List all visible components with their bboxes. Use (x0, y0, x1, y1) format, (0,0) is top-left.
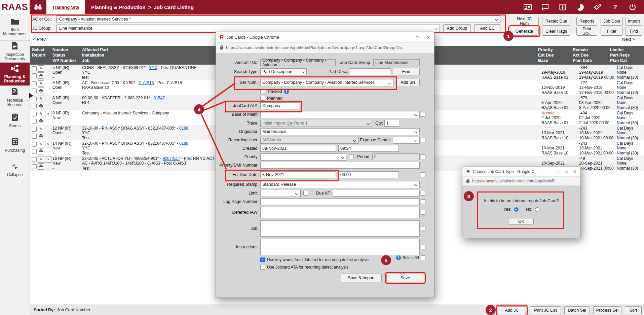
part-link[interactable]: 31547 (154, 96, 165, 100)
edit-icon[interactable]: ✎ (38, 156, 44, 163)
sort-button[interactable]: Sort (625, 306, 642, 314)
part-link[interactable]: 92070117 (162, 156, 180, 161)
window-url-bar[interactable]: https://raasais.aviationintertec.com/app… (216, 43, 434, 53)
add-window-icon[interactable] (559, 3, 567, 11)
base-of-maint-select[interactable] (260, 111, 420, 118)
qty-input[interactable]: 1 (384, 120, 400, 127)
required-stamp-select[interactable]: Standard Release (260, 181, 420, 188)
process-sel-button[interactable]: Process Sel (593, 306, 621, 314)
help-icon[interactable]: ? (396, 255, 401, 260)
due-af-input[interactable] (333, 190, 420, 197)
part-desc-input[interactable] (350, 68, 390, 75)
save-button[interactable]: Save (386, 274, 424, 282)
print-jc-list-button[interactable]: Print JC List (530, 306, 561, 314)
add-sn-button[interactable]: Add SN (396, 79, 420, 86)
prev-page-button[interactable]: < Prev (33, 37, 46, 42)
select-checkbox[interactable] (32, 66, 37, 71)
edit-icon[interactable]: ✎ (38, 96, 44, 102)
row-checkbox[interactable] (421, 226, 425, 231)
row-checkbox[interactable] (421, 191, 425, 196)
edit-icon[interactable]: ✎ (38, 80, 44, 87)
sidebar-item-technical-records[interactable]: Technical Records (0, 86, 30, 109)
report-checkbox[interactable] (32, 119, 37, 124)
part-link[interactable]: YYC (149, 65, 157, 70)
row-checkbox[interactable] (421, 199, 425, 204)
expense-center-select[interactable] (393, 137, 420, 144)
print-icon[interactable] (38, 88, 44, 94)
planned-checkbox[interactable] (260, 96, 265, 101)
print-icon[interactable] (38, 72, 44, 79)
select-checkbox[interactable] (32, 142, 37, 147)
sidebar-item-planning-production[interactable]: Planning & Production (0, 63, 30, 86)
created-time-input[interactable]: 09:34 (338, 145, 399, 152)
help-icon[interactable]: ? (611, 3, 619, 11)
print-icon[interactable] (38, 163, 44, 170)
sidebar-item-purchasing[interactable]: Purchasing (0, 132, 30, 158)
jc-group-select[interactable]: Line Maintenance (56, 25, 440, 32)
add-jc-button[interactable]: Add JC (498, 306, 526, 314)
import-button[interactable]: Import (626, 17, 642, 26)
priority-checkbox[interactable] (349, 154, 354, 159)
row-checkbox[interactable] (421, 112, 425, 117)
row-checkbox[interactable] (421, 172, 425, 177)
job-cost-button[interactable]: Job Cost (601, 17, 623, 26)
recalc-due-button[interactable]: Recalc Due (542, 17, 570, 26)
row-checkbox[interactable] (421, 138, 425, 142)
select-checkbox[interactable] (32, 112, 37, 116)
select-checkbox[interactable] (32, 157, 37, 162)
row-checkbox[interactable] (421, 210, 425, 215)
maximize-icon[interactable]: □ (565, 169, 568, 174)
report-checkbox[interactable] (32, 164, 37, 169)
print-jcs-button[interactable]: Print JCs (576, 27, 597, 36)
part-link[interactable]: 0188 (179, 141, 188, 146)
created-date-input[interactable]: 08-Nov-2021 (260, 145, 336, 152)
priority-dmi-input[interactable] (260, 162, 420, 169)
log-page-number-input[interactable] (260, 198, 420, 205)
est-due-time-input[interactable]: 00:00 (338, 171, 399, 178)
sidebar-item-stores[interactable]: Stores (0, 109, 30, 132)
edit-icon[interactable]: ✎ (38, 141, 44, 147)
pie-chart-icon[interactable] (576, 3, 584, 11)
power-icon[interactable] (629, 3, 637, 11)
row-checkbox[interactable] (421, 154, 425, 159)
report-checkbox[interactable] (32, 149, 37, 154)
minimize-icon[interactable]: — (556, 169, 560, 174)
filter-button[interactable]: Filter (601, 27, 623, 36)
edit-icon[interactable]: ✎ (38, 126, 44, 132)
batch-sel-button[interactable]: Batch Sel (564, 306, 590, 314)
cancel-icon[interactable]: × (45, 156, 51, 163)
report-checkbox[interactable] (32, 89, 37, 93)
window-title-bar[interactable]: R Choose Job Card Type - Google C... — □… (462, 167, 580, 177)
instructions-textarea[interactable] (260, 239, 420, 255)
sidebar-collapse[interactable]: Collapse (0, 158, 30, 182)
edit-icon[interactable]: ✎ (38, 65, 44, 72)
add-ec-button[interactable]: Add EC (474, 24, 500, 32)
row-checkbox[interactable] (421, 245, 425, 249)
settings-gears-icon[interactable] (594, 3, 602, 11)
ata-recurring-checkbox[interactable] (260, 265, 265, 270)
job-textarea[interactable] (260, 220, 420, 237)
est-due-date-input[interactable]: 8-Nov-2021 (260, 171, 336, 178)
add-group-button[interactable]: Add Group (443, 24, 471, 32)
keywords-checkbox[interactable]: ✓ (260, 257, 265, 262)
minimize-icon[interactable]: — (403, 35, 408, 40)
report-checkbox[interactable] (32, 104, 37, 108)
reports-button[interactable]: Reports (576, 17, 597, 26)
clear-flags-button[interactable]: Clear Flags (542, 27, 570, 36)
edit-icon[interactable]: ✎ (38, 111, 44, 117)
select-all-checkbox[interactable] (421, 255, 425, 260)
tracked-checkbox[interactable] (260, 89, 265, 94)
ser-num-select[interactable]: Company - Company - Company - Aviation I… (260, 79, 393, 86)
print-icon[interactable] (38, 103, 44, 109)
part-link[interactable]: 0188 (179, 126, 188, 131)
print-icon[interactable] (38, 133, 44, 139)
window-title-bar[interactable]: R Job Cards - Google Chrome — □ ✕ (216, 32, 434, 43)
close-icon[interactable]: ✕ (426, 35, 430, 40)
ok-button[interactable]: OK (509, 218, 534, 224)
priority-select[interactable] (260, 153, 346, 161)
jobcard-ata-input[interactable]: Company (260, 102, 300, 109)
help-icon[interactable]: ? (284, 89, 289, 94)
save-import-button[interactable]: Save & Import (341, 274, 382, 282)
yes-radio[interactable] (514, 207, 519, 212)
select-checkbox[interactable] (32, 81, 37, 86)
